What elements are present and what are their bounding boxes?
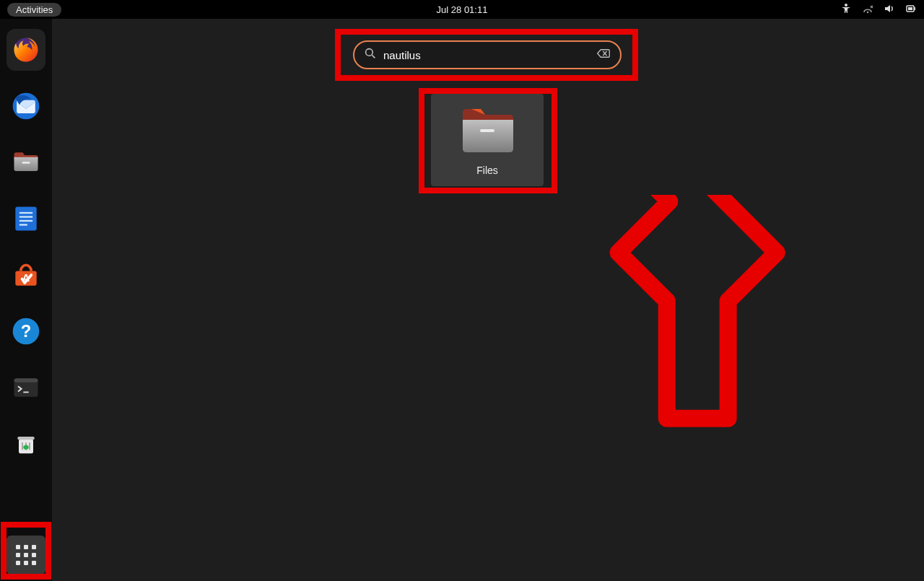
search-input[interactable]	[383, 49, 590, 61]
files-app-icon	[457, 102, 518, 159]
files-icon	[10, 147, 42, 178]
svg-rect-11	[19, 220, 32, 222]
clock[interactable]: Jul 28 01:11	[437, 4, 488, 15]
dock-item-help[interactable]: ?	[6, 310, 45, 352]
grid-icon	[16, 545, 36, 565]
annotation-arrow	[559, 195, 808, 491]
svg-rect-9	[19, 212, 32, 214]
dock-item-files[interactable]	[6, 141, 45, 183]
volume-icon[interactable]	[884, 3, 895, 17]
thunderbird-icon	[10, 90, 42, 122]
accessibility-icon[interactable]	[840, 3, 852, 17]
svg-rect-8	[15, 207, 36, 231]
svg-rect-10	[19, 216, 32, 217]
network-icon[interactable]	[862, 3, 873, 17]
svg-rect-4	[908, 7, 912, 10]
backspace-clear-icon[interactable]	[597, 48, 610, 61]
svg-text:?: ?	[21, 321, 32, 341]
search-result-files[interactable]: Files	[431, 94, 544, 186]
libreoffice-writer-icon	[10, 203, 42, 235]
top-bar: Activities Jul 28 01:11	[0, 0, 924, 19]
svg-rect-18	[14, 378, 38, 383]
svg-point-22	[366, 49, 373, 56]
dock-item-terminal[interactable]	[6, 367, 45, 409]
svg-point-1	[867, 11, 869, 13]
dock: A ?	[0, 19, 52, 581]
ubuntu-software-icon: A	[10, 259, 42, 291]
svg-rect-7	[22, 162, 30, 164]
firefox-icon	[10, 34, 42, 66]
power-icon[interactable]	[905, 3, 917, 17]
svg-rect-21	[17, 437, 34, 440]
help-icon: ?	[10, 315, 42, 347]
dock-item-trash[interactable]	[6, 423, 45, 465]
activities-button[interactable]: Activities	[7, 3, 61, 17]
terminal-icon	[10, 372, 42, 403]
svg-rect-3	[915, 7, 916, 10]
search-result-label: Files	[476, 165, 498, 176]
svg-text:A: A	[22, 272, 30, 284]
dock-item-thunderbird[interactable]	[6, 85, 45, 127]
svg-rect-23	[480, 129, 494, 132]
svg-point-0	[845, 4, 847, 6]
dock-item-firefox[interactable]	[6, 29, 45, 71]
svg-rect-19	[23, 392, 28, 393]
search-icon	[365, 48, 376, 62]
dock-item-software[interactable]: A	[6, 254, 45, 296]
svg-rect-12	[19, 224, 27, 225]
search-bar[interactable]	[353, 40, 622, 69]
dock-item-writer[interactable]	[6, 198, 45, 240]
show-applications-button[interactable]	[6, 536, 45, 575]
trash-icon	[10, 428, 42, 460]
